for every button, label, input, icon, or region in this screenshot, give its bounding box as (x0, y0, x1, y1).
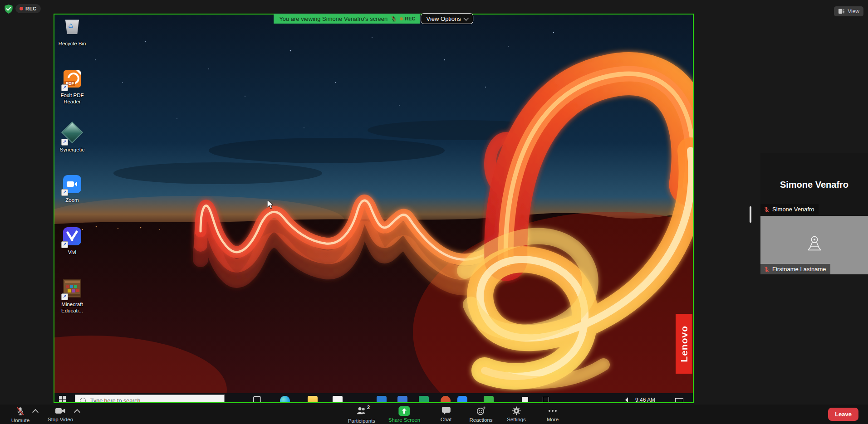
participants-count-badge: 2 (367, 405, 370, 410)
chat-bubble-icon (441, 406, 451, 415)
tray-app-icon[interactable] (543, 397, 549, 402)
ellipsis-icon (548, 406, 558, 415)
desktop-icon-synergetic[interactable]: ↗ Synergetic (54, 122, 90, 153)
file-explorer-icon[interactable] (308, 396, 318, 402)
muted-mic-icon (16, 406, 25, 416)
recording-indicator: REC (15, 4, 41, 13)
action-center-button[interactable] (675, 398, 683, 402)
banner-rec-label: REC (405, 16, 415, 21)
foxit-pdf-icon: PDF ↗ (62, 70, 82, 90)
chevron-down-icon (463, 15, 468, 20)
banner-message: You are viewing Simone Venafro's screen … (274, 14, 420, 24)
start-button[interactable] (59, 396, 66, 402)
shortcut-arrow-icon: ↗ (61, 189, 68, 196)
shortcut-arrow-icon: ↗ (61, 139, 68, 146)
leave-button[interactable]: Leave (828, 408, 858, 421)
video-options-chevron[interactable] (74, 409, 80, 415)
windows-taskbar[interactable]: Type here to search 9:46 AM (54, 393, 693, 402)
recording-label: REC (25, 6, 37, 11)
banner-rec-dot-icon (400, 17, 403, 20)
gear-icon (512, 406, 521, 415)
panel-collapse-handle[interactable] (750, 206, 751, 223)
mouse-cursor (267, 200, 275, 210)
share-screen-button[interactable]: Share Screen (388, 406, 420, 423)
chat-label: Chat (441, 417, 451, 422)
view-options-label: View Options (426, 15, 461, 22)
tile-name-tag: Firstname Lastname (760, 264, 830, 274)
teams-icon[interactable] (397, 396, 407, 402)
word-icon[interactable] (377, 396, 387, 402)
participants-button[interactable]: 2 Participants (348, 406, 375, 424)
stop-video-label: Stop Video (48, 417, 73, 422)
muted-mic-icon (391, 15, 397, 22)
store-icon[interactable] (333, 396, 343, 402)
banner-text: You are viewing Simone Venafro's screen (279, 15, 387, 22)
stop-video-button[interactable]: Stop Video (48, 406, 73, 422)
view-layout-button[interactable]: View (834, 6, 863, 16)
desktop-icon-recycle-bin[interactable]: ♺ Recycle Bin (54, 17, 90, 47)
video-tile-camera-off[interactable]: Firstname Lastname (760, 216, 868, 274)
taskbar-search-input[interactable]: Type here to search (75, 395, 225, 402)
zoom-app-icon: ↗ (62, 175, 82, 195)
share-screen-icon (398, 406, 410, 416)
screen-share-banner: You are viewing Simone Venafro's screen … (274, 13, 473, 24)
security-shield-icon[interactable] (4, 4, 14, 14)
banner-rec-indicator: REC (400, 16, 415, 21)
green-app-icon[interactable] (484, 396, 494, 402)
shortcut-arrow-icon: ↗ (61, 84, 68, 91)
chat-button[interactable]: Chat (441, 406, 451, 422)
search-placeholder: Type here to search (90, 398, 140, 402)
desktop-icon-minecraft[interactable]: ↗ Minecraft Educati... (54, 278, 90, 314)
webcam-icon (804, 234, 825, 254)
tile-participant-name: Firstname Lastname (772, 266, 826, 273)
audio-options-chevron[interactable] (32, 409, 39, 415)
tray-app-icon[interactable] (522, 397, 528, 402)
participants-label: Participants (348, 418, 375, 424)
share-screen-label: Share Screen (388, 417, 420, 423)
meeting-toolbar: Unmute Stop Video 2 Participants Share S… (0, 405, 868, 424)
gallery-view-icon (838, 8, 845, 15)
desktop-wallpaper (54, 15, 693, 402)
muted-mic-icon (764, 266, 770, 273)
search-icon (80, 398, 86, 402)
shared-screen-view[interactable]: Lenovo ♺ Recycle Bin PDF ↗ Foxit PDF Rea… (54, 14, 694, 403)
vivi-icon: ↗ (62, 227, 82, 247)
unmute-button[interactable]: Unmute (11, 406, 29, 423)
desktop-icon-foxit[interactable]: PDF ↗ Foxit PDF Reader (54, 69, 90, 105)
tile-participant-name: Simone Venafro (772, 206, 814, 213)
video-tile-active-speaker[interactable]: Simone Venafro Simone Venafro (760, 153, 868, 216)
desktop-icon-vivi[interactable]: ↗ Vivi (54, 226, 90, 255)
minecraft-education-icon: ↗ (62, 279, 82, 299)
smiley-plus-icon (476, 406, 485, 416)
reactions-button[interactable]: Reactions (469, 406, 492, 423)
leave-label: Leave (835, 411, 852, 418)
muted-mic-icon (764, 206, 770, 213)
view-options-button[interactable]: View Options (421, 13, 473, 24)
tile-name-tag: Simone Venafro (760, 204, 819, 214)
onedrive-icon[interactable] (356, 397, 366, 402)
powerpoint-icon[interactable] (441, 396, 451, 402)
participants-icon (357, 406, 367, 415)
recording-dot-icon (20, 7, 23, 10)
settings-button[interactable]: Settings (507, 406, 526, 422)
shortcut-arrow-icon: ↗ (61, 293, 68, 300)
synergetic-icon: ↗ (62, 125, 82, 145)
reactions-label: Reactions (469, 417, 492, 423)
video-camera-icon (55, 406, 66, 415)
view-button-label: View (848, 8, 859, 15)
task-view-button[interactable] (253, 396, 261, 402)
unmute-label: Unmute (11, 418, 29, 423)
shortcut-arrow-icon: ↗ (61, 241, 68, 248)
desktop-icon-zoom[interactable]: ↗ Zoom (54, 174, 90, 203)
volume-icon[interactable] (623, 397, 628, 402)
edge-icon[interactable] (280, 396, 290, 402)
more-label: More (547, 417, 559, 422)
excel-icon[interactable] (419, 396, 429, 402)
speaker-name: Simone Venafro (780, 180, 848, 190)
recycle-bin-icon: ♺ (62, 19, 82, 39)
more-button[interactable]: More (547, 406, 559, 422)
settings-label: Settings (507, 417, 526, 422)
zoom-taskbar-icon[interactable] (457, 396, 467, 402)
lenovo-logo: Lenovo (676, 314, 692, 374)
taskbar-clock[interactable]: 9:46 AM (635, 397, 655, 402)
